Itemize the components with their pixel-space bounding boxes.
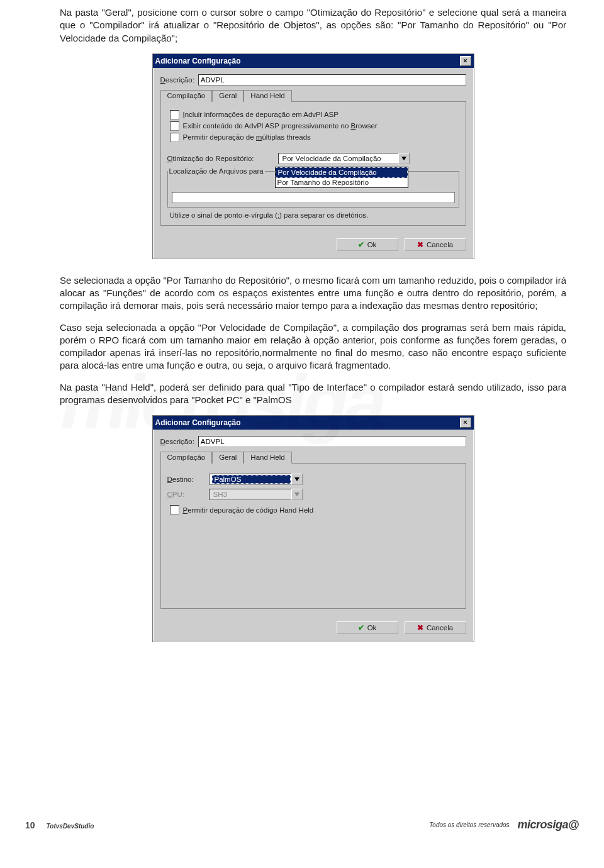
paragraph-2: Se selecionada a opção "Por Tamanho do R… [60,274,566,313]
checkbox-permitir-depuracao-hh[interactable] [170,505,179,515]
destino-label: Destino: [167,476,205,483]
dialog-titlebar: Adicionar Configuração × [153,54,474,68]
footer-rights: Todos os direitos reservados. [429,821,511,828]
dropdown-option-velocidade[interactable]: Por Velocidade da Compilação [276,167,408,178]
footer-filename: TotvsDevStudio [47,823,94,830]
check-icon: ✔ [358,240,364,249]
label-exibir-browser: Exibir conteúdo do AdvPl ASP progressiva… [183,122,378,130]
descricao-input[interactable] [198,74,466,86]
otimizacao-dropdown-list[interactable]: Por Velocidade da Compilação Por Tamanho… [275,167,408,188]
paragraph-3: Caso seja selecionada a opção "Por Veloc… [60,321,566,372]
chevron-down-icon[interactable] [398,153,410,164]
label-multiplas-threads: Permitir depuração de múltiplas threads [183,133,311,141]
chevron-down-icon [291,489,303,500]
cancel-button[interactable]: ✖Cancela [405,238,466,251]
tab-geral[interactable]: Geral [212,452,243,464]
dialog-titlebar: Adicionar Configuração × [153,416,474,430]
dialog-adicionar-config-geral: Adicionar Configuração × Descrição: Comp… [152,53,474,259]
checkbox-exibir-browser[interactable] [170,121,179,131]
cancel-button[interactable]: ✖Cancela [405,621,466,634]
ok-button[interactable]: ✔Ok [337,238,398,251]
dialog-title: Adicionar Configuração [155,418,241,427]
check-icon: ✔ [358,623,364,632]
tabs: Compilação Geral Hand Held [160,451,466,463]
checkbox-multiplas-threads[interactable] [170,133,179,142]
tab-geral[interactable]: Geral [212,90,243,102]
tabs: Compilação Geral Hand Held [160,89,466,101]
cpu-select: SH3 [209,489,303,500]
label-incluir-depuracao: Incluir informações de depuração em AdvP… [183,111,338,118]
dialog-adicionar-config-handheld: Adicionar Configuração × Descrição: Comp… [152,415,474,642]
ok-button[interactable]: ✔Ok [337,621,398,634]
page-footer: 10 TotvsDevStudio Todos os direitos rese… [0,818,604,832]
close-icon: ✖ [417,623,423,632]
descricao-input[interactable] [198,436,466,447]
tab-handheld[interactable]: Hand Held [243,90,291,102]
svg-marker-1 [294,477,299,481]
dialog-title: Adicionar Configuração [155,57,241,65]
brand-logo: microsiga@ [517,818,579,832]
descricao-label: Descrição: [160,76,194,84]
close-icon[interactable]: × [460,56,471,66]
close-icon: ✖ [417,240,423,249]
paragraph-1: Na pasta "Geral", posicione com o cursor… [60,6,566,45]
localizacao-label: Localização de Arquivos para [168,167,265,175]
tab-compilacao[interactable]: Compilação [160,452,213,464]
tabpanel-geral: Incluir informações de depuração em AdvP… [160,101,466,226]
svg-marker-2 [294,492,299,496]
otimizacao-label: Otimização do Repositório: [167,155,274,162]
dropdown-option-tamanho[interactable]: Por Tamanho do Repositório [276,178,408,187]
chevron-down-icon[interactable] [291,474,303,485]
label-permitir-depuracao-hh: Permitir depuração de código Hand Held [183,506,314,514]
util-hint: Utilize o sinal de ponto-e-vírgula (;) p… [167,211,459,219]
svg-marker-0 [401,157,406,160]
paragraph-4: Na pasta "Hand Held", poderá ser definid… [60,381,566,407]
close-icon[interactable]: × [460,418,471,428]
tab-handheld[interactable]: Hand Held [243,452,291,464]
localizacao-input[interactable] [172,192,455,203]
cpu-label: CPU: [167,491,205,498]
tabpanel-handheld: Destino: PalmOS CPU: SH3 Permitir depura… [160,463,466,609]
tab-compilacao[interactable]: Compilação [160,90,213,102]
otimizacao-select[interactable]: Por Velocidade da Compilação [278,153,410,164]
checkbox-incluir-depuracao[interactable] [170,110,179,120]
destino-select[interactable]: PalmOS [209,474,303,485]
page-number: 10 [25,820,35,830]
descricao-label: Descrição: [160,438,194,445]
